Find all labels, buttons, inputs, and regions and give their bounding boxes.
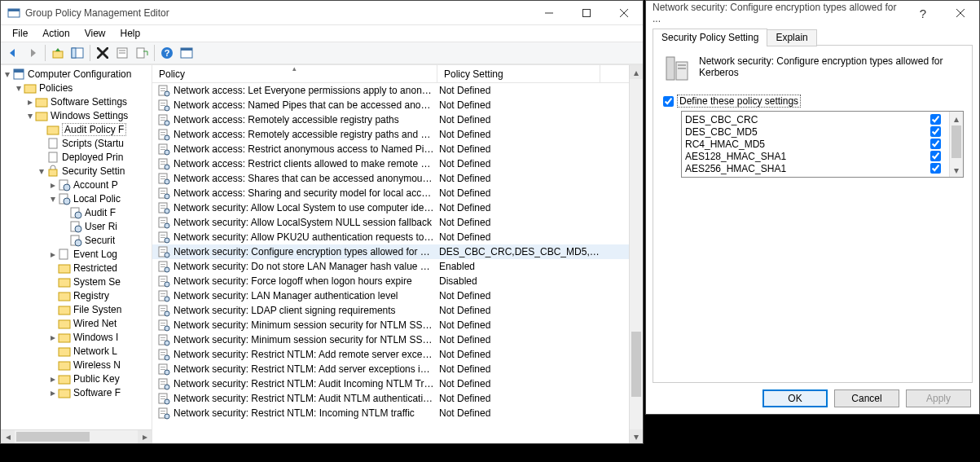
policy-row[interactable]: Network security: Minimum session securi… xyxy=(152,318,629,332)
up-button[interactable] xyxy=(49,44,67,62)
policy-row[interactable]: Network access: Named Pipes that can be … xyxy=(152,98,629,112)
tree-policies[interactable]: ▾Policies xyxy=(1,81,152,95)
encryption-option-checkbox[interactable] xyxy=(930,139,941,149)
policy-row[interactable]: Network access: Restrict clients allowed… xyxy=(152,156,629,171)
properties-button[interactable] xyxy=(113,44,131,62)
col-header-setting[interactable]: Policy Setting xyxy=(437,65,600,82)
policy-name: Network security: Do not store LAN Manag… xyxy=(174,261,439,272)
scroll-down-icon[interactable]: ▾ xyxy=(630,429,643,443)
policy-row[interactable]: Network security: Configure encryption t… xyxy=(152,244,629,259)
encryption-option[interactable]: AES128_HMAC_SHA1 xyxy=(685,150,946,162)
svg-rect-98 xyxy=(160,264,165,265)
close-button[interactable] xyxy=(605,1,643,25)
encryption-option-checkbox[interactable] xyxy=(930,114,941,125)
scroll-down-icon[interactable]: ▾ xyxy=(950,163,963,177)
encryption-option-checkbox[interactable] xyxy=(930,126,941,137)
encryption-list-scrollbar[interactable]: ▴ ▾ xyxy=(949,112,963,177)
encryption-option-checkbox[interactable] xyxy=(930,151,941,161)
svg-rect-3 xyxy=(583,9,591,16)
tree-security-options[interactable]: Securit xyxy=(1,233,152,247)
minimize-button[interactable] xyxy=(530,1,568,25)
tree-audit-policy[interactable]: Audit Policy F xyxy=(1,122,152,136)
list-vscrollbar[interactable]: ▴ ▾ xyxy=(629,65,643,443)
tree-account-policies[interactable]: ▸Account P xyxy=(1,178,152,191)
tree-wired-network[interactable]: Wired Net xyxy=(1,316,152,330)
policy-row[interactable]: Network security: Restrict NTLM: Add ser… xyxy=(152,362,629,376)
tree-restricted-groups[interactable]: Restricted xyxy=(1,261,152,275)
policy-row[interactable]: Network access: Let Everyone permissions… xyxy=(152,83,629,98)
tab-explain[interactable]: Explain xyxy=(767,29,816,46)
encryption-option-checkbox[interactable] xyxy=(930,163,941,174)
tree-software-settings[interactable]: ▸Software Settings xyxy=(1,95,152,108)
col-header-policy[interactable]: Policy ▴ xyxy=(152,65,437,82)
tree-software-restriction[interactable]: ▸Software F xyxy=(1,385,152,399)
show-hide-tree-button[interactable] xyxy=(68,44,86,62)
policy-row[interactable]: Network security: Allow LocalSystem NULL… xyxy=(152,215,629,230)
policy-row[interactable]: Network security: Force logoff when logo… xyxy=(152,274,629,288)
menu-view[interactable]: View xyxy=(78,26,112,41)
policy-setting: Not Defined xyxy=(439,158,602,169)
help-button[interactable]: ? xyxy=(158,44,176,62)
scroll-left-icon[interactable]: ◂ xyxy=(1,430,15,443)
tree-windows-settings[interactable]: ▾Windows Settings xyxy=(1,108,152,122)
tree-user-rights[interactable]: User Ri xyxy=(1,219,152,233)
maximize-button[interactable] xyxy=(568,1,605,25)
policy-row[interactable]: Network security: Restrict NTLM: Add rem… xyxy=(152,347,629,362)
policy-row[interactable]: Network security: Allow Local System to … xyxy=(152,200,629,215)
tree-public-key[interactable]: ▸Public Key xyxy=(1,372,152,385)
close-button[interactable] xyxy=(942,1,979,25)
policy-name: Network security: LDAP client signing re… xyxy=(174,305,439,316)
policy-row[interactable]: Network security: Do not store LAN Manag… xyxy=(152,259,629,274)
filter-button[interactable] xyxy=(178,44,196,62)
menu-action[interactable]: Action xyxy=(36,26,76,41)
policy-row[interactable]: Network access: Shares that can be acces… xyxy=(152,171,629,186)
export-button[interactable] xyxy=(133,44,151,62)
tree-audit-policy-sub[interactable]: Audit F xyxy=(1,205,152,219)
menu-help[interactable]: Help xyxy=(114,26,147,41)
scroll-up-icon[interactable]: ▴ xyxy=(950,112,963,125)
svg-rect-44 xyxy=(59,334,70,342)
scroll-up-icon[interactable]: ▴ xyxy=(630,65,643,79)
tree-security-settings[interactable]: ▾Security Settin xyxy=(1,164,152,178)
policy-row[interactable]: Network security: Restrict NTLM: Audit I… xyxy=(152,376,629,391)
ok-button[interactable]: OK xyxy=(762,389,828,407)
tree-wireless-network[interactable]: Wireless N xyxy=(1,358,152,372)
tree-deployed-printers[interactable]: Deployed Prin xyxy=(1,150,152,164)
policy-row[interactable]: Network access: Restrict anonymous acces… xyxy=(152,142,629,156)
policy-row[interactable]: Network access: Remotely accessible regi… xyxy=(152,112,629,127)
policy-row[interactable]: Network access: Remotely accessible regi… xyxy=(152,127,629,142)
svg-point-37 xyxy=(75,240,81,246)
policy-row[interactable]: Network access: Sharing and security mod… xyxy=(152,186,629,200)
tree-windows-firewall[interactable]: ▸Windows I xyxy=(1,330,152,344)
tree-network-list[interactable]: Network L xyxy=(1,344,152,358)
cancel-button[interactable]: Cancel xyxy=(834,389,899,407)
tree-event-log[interactable]: ▸Event Log xyxy=(1,247,152,261)
policy-row[interactable]: Network security: Restrict NTLM: Audit N… xyxy=(152,391,629,406)
tab-security-policy-setting[interactable]: Security Policy Setting xyxy=(653,29,767,46)
policy-row[interactable]: Network security: Allow PKU2U authentica… xyxy=(152,230,629,244)
apply-button[interactable]: Apply xyxy=(906,389,971,407)
svg-rect-119 xyxy=(160,340,165,341)
menu-file[interactable]: File xyxy=(6,26,34,41)
tree-scripts[interactable]: Scripts (Startu xyxy=(1,136,152,150)
encryption-option[interactable]: DES_CBC_CRC xyxy=(685,113,946,125)
policy-row[interactable]: Network security: LAN Manager authentica… xyxy=(152,288,629,303)
help-button[interactable]: ? xyxy=(904,1,942,25)
delete-button[interactable] xyxy=(94,44,112,62)
tree-root[interactable]: ▾Computer Configuration xyxy=(1,67,152,81)
encryption-option[interactable]: DES_CBC_MD5 xyxy=(685,125,946,138)
back-button[interactable] xyxy=(4,44,22,62)
forward-button[interactable] xyxy=(24,44,42,62)
encryption-option[interactable]: AES256_HMAC_SHA1 xyxy=(685,162,946,174)
define-policy-checkbox[interactable] xyxy=(663,96,674,107)
tree-hscrollbar[interactable]: ◂ ▸ xyxy=(1,429,152,443)
scroll-right-icon[interactable]: ▸ xyxy=(138,430,152,443)
tree-registry[interactable]: Registry xyxy=(1,288,152,302)
policy-row[interactable]: Network security: Restrict NTLM: Incomin… xyxy=(152,406,629,420)
tree-local-policies[interactable]: ▾Local Polic xyxy=(1,191,152,205)
tree-file-system[interactable]: File Systen xyxy=(1,302,152,316)
policy-row[interactable]: Network security: LDAP client signing re… xyxy=(152,303,629,318)
encryption-option[interactable]: RC4_HMAC_MD5 xyxy=(685,138,946,150)
policy-row[interactable]: Network security: Minimum session securi… xyxy=(152,332,629,347)
tree-system-services[interactable]: System Se xyxy=(1,275,152,288)
